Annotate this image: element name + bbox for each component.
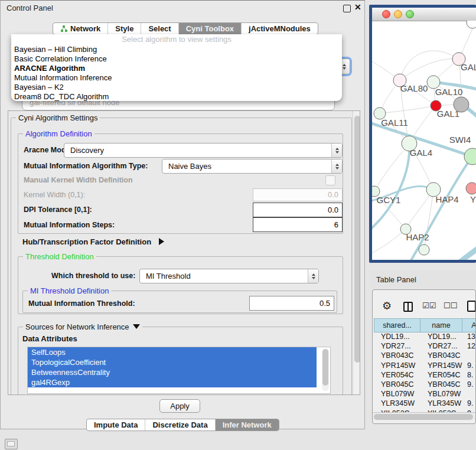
which-threshold-combo[interactable]: MI Threshold bbox=[139, 269, 319, 283]
dropdown-item[interactable]: Mutual Information Inference bbox=[14, 73, 339, 83]
network-edge bbox=[380, 106, 436, 113]
table-row[interactable]: YBL079WYBL079W bbox=[374, 390, 476, 399]
table-cell: YLR345W bbox=[374, 399, 420, 409]
group-title: Cyni Algorithm Settings bbox=[16, 113, 100, 122]
settings-scrollbar-thumb[interactable] bbox=[354, 116, 360, 363]
network-view-window: GALGAL80GAL10GAL1GAL11SWI4GAL4GCY1HAP4YH… bbox=[369, 5, 476, 263]
hub-definition-expander[interactable]: Hub/Transcription Factor Definition bbox=[22, 236, 164, 247]
list-scrollbar[interactable] bbox=[322, 348, 329, 391]
restore-panel-icon[interactable] bbox=[5, 439, 18, 449]
table-cell: YDR27... bbox=[420, 342, 462, 351]
table-row[interactable]: YDL19...YDL19...13 bbox=[374, 332, 476, 342]
table-panel-titlebar: Table Panel bbox=[369, 271, 476, 288]
tab-network[interactable]: Network bbox=[53, 23, 108, 34]
network-node[interactable] bbox=[454, 97, 469, 112]
table-row[interactable]: YBR045CYBR045C9. bbox=[374, 380, 476, 390]
mi-threshold-label: Mutual Information Threshold: bbox=[28, 299, 135, 308]
settings-scrollbar[interactable] bbox=[353, 111, 360, 394]
table-cell: YER054C bbox=[420, 371, 462, 380]
dropdown-item-list: Bayesian – Hill ClimbingBasic Correlatio… bbox=[14, 45, 339, 102]
top-tab-strip: NetworkStyleSelectCyni ToolboxjActiveMNo… bbox=[53, 22, 318, 35]
table-cell bbox=[462, 390, 476, 399]
column-header[interactable]: name bbox=[420, 318, 462, 332]
mi-steps-label: Mutual Information Steps: bbox=[24, 221, 115, 229]
network-window-titlebar[interactable] bbox=[372, 8, 476, 21]
table-cell: 9. bbox=[462, 380, 476, 390]
network-node[interactable] bbox=[419, 244, 429, 255]
network-edge bbox=[406, 156, 472, 260]
table-cell: 9. bbox=[462, 361, 476, 371]
table-cell: YBR043C bbox=[420, 351, 462, 361]
tab-discretize-data[interactable]: Discretize Data bbox=[145, 419, 215, 431]
settings-viewport: Cyni Algorithm Settings Algorithm Defini… bbox=[8, 110, 360, 395]
dropdown-placeholder: Select algorithm to view settings bbox=[11, 35, 342, 44]
tab-select[interactable]: Select bbox=[141, 23, 178, 34]
mi-threshold-field[interactable]: 0.5 bbox=[249, 296, 334, 311]
node-label: HAP4 bbox=[435, 194, 458, 204]
table-row[interactable]: YBR043CYBR043C bbox=[374, 351, 476, 361]
table-row[interactable]: YLR345WYLR345W9. bbox=[374, 399, 476, 409]
dpi-tolerance-field[interactable]: 0.0 bbox=[253, 203, 343, 217]
node-label: Y bbox=[470, 194, 476, 204]
network-canvas[interactable]: GALGAL80GAL10GAL1GAL11SWI4GAL4GCY1HAP4YH… bbox=[372, 21, 476, 260]
node-label: GAL4 bbox=[410, 148, 432, 158]
expanded-arrow-icon[interactable] bbox=[133, 324, 140, 329]
gear-icon[interactable]: ⚙ bbox=[382, 299, 392, 312]
table-row[interactable]: YPR145WYPR145W9. bbox=[374, 361, 476, 371]
network-edge bbox=[400, 51, 459, 80]
tab-style[interactable]: Style bbox=[108, 23, 141, 34]
combo-stepper-icon[interactable] bbox=[331, 159, 342, 173]
aracne-mode-combo[interactable]: Discovery bbox=[64, 143, 343, 158]
table-cell: 12 bbox=[462, 342, 476, 351]
list-item[interactable]: BetweennessCentrality bbox=[28, 367, 317, 377]
collapsed-arrow-icon[interactable] bbox=[159, 238, 164, 245]
network-node[interactable] bbox=[467, 21, 476, 28]
kernel-width-field[interactable]: 0.0 bbox=[253, 188, 343, 201]
export-table-icon[interactable] bbox=[467, 301, 476, 312]
columns-icon[interactable] bbox=[403, 302, 413, 312]
combo-stepper-icon[interactable] bbox=[308, 269, 318, 283]
dpi-tolerance-label: DPI Tolerance [0,1]: bbox=[24, 206, 92, 214]
mi-steps-field[interactable]: 6 bbox=[253, 217, 343, 232]
list-scrollbar-thumb[interactable] bbox=[322, 349, 328, 386]
tab-jactivemnodules[interactable]: jActiveMNodules bbox=[242, 23, 318, 34]
apply-button[interactable]: Apply bbox=[159, 399, 200, 413]
dropdown-item[interactable]: ARACNE Algorithm bbox=[14, 64, 339, 73]
dropdown-item[interactable]: Dream8 DC_TDC Algorithm bbox=[14, 92, 339, 102]
dropdown-item[interactable]: Basic Correlation Inference bbox=[14, 54, 339, 64]
mi-type-combo[interactable]: Naive Bayes bbox=[162, 159, 343, 174]
column-header[interactable]: A bbox=[462, 318, 476, 332]
deselect-all-checkboxes-icon[interactable]: ☐☐ bbox=[444, 301, 457, 310]
combo-stepper-icon[interactable] bbox=[331, 144, 342, 157]
manual-kernel-checkbox[interactable] bbox=[325, 175, 335, 185]
list-item[interactable]: TopologicalCoefficient bbox=[28, 357, 317, 367]
node-label: GAL bbox=[461, 62, 476, 72]
select-all-checkboxes-icon[interactable]: ☑☑ bbox=[422, 301, 436, 310]
close-icon[interactable]: ✕ bbox=[354, 2, 361, 12]
table-scrollbar-thumb[interactable] bbox=[374, 414, 473, 420]
minimize-traffic-light-icon[interactable] bbox=[394, 10, 402, 18]
column-header[interactable]: shared... bbox=[374, 318, 420, 332]
table-horizontal-scrollbar[interactable] bbox=[373, 412, 476, 420]
table-row[interactable]: YDR27...YDR27...12 bbox=[374, 342, 476, 351]
group-title: Sources for Network Inference bbox=[23, 322, 142, 331]
dropdown-item[interactable]: Bayesian – K2 bbox=[14, 83, 339, 92]
table-panel-window: ⚙ ☑☑ ☐☐ shared...nameA YDL19...YDL19...1… bbox=[372, 289, 476, 424]
table-cell: YBR045C bbox=[374, 380, 420, 390]
close-traffic-light-icon[interactable] bbox=[382, 10, 390, 18]
table-header-row: shared...nameA bbox=[374, 318, 476, 332]
dropdown-item[interactable]: Bayesian – Hill Climbing bbox=[14, 45, 339, 54]
list-item[interactable]: gal4RGexp bbox=[28, 377, 317, 387]
network-node-y[interactable] bbox=[466, 182, 476, 194]
table-cell: YPR145W bbox=[420, 361, 462, 371]
float-window-icon[interactable] bbox=[343, 5, 351, 12]
data-attributes-list[interactable]: SelfLoopsTopologicalCoefficientBetweenne… bbox=[27, 347, 331, 394]
zoom-traffic-light-icon[interactable] bbox=[406, 10, 414, 18]
tab-infer-network[interactable]: Infer Network bbox=[216, 419, 279, 431]
list-item[interactable]: SelfLoops bbox=[28, 347, 317, 357]
tab-cyni-toolbox[interactable]: Cyni Toolbox bbox=[179, 23, 242, 34]
network-node-swi4[interactable] bbox=[464, 148, 476, 165]
table-row[interactable]: YER054CYER054C8. bbox=[374, 371, 476, 380]
tab-impute-data[interactable]: Impute Data bbox=[87, 419, 145, 431]
data-attributes-label: Data Attributes bbox=[22, 334, 77, 343]
